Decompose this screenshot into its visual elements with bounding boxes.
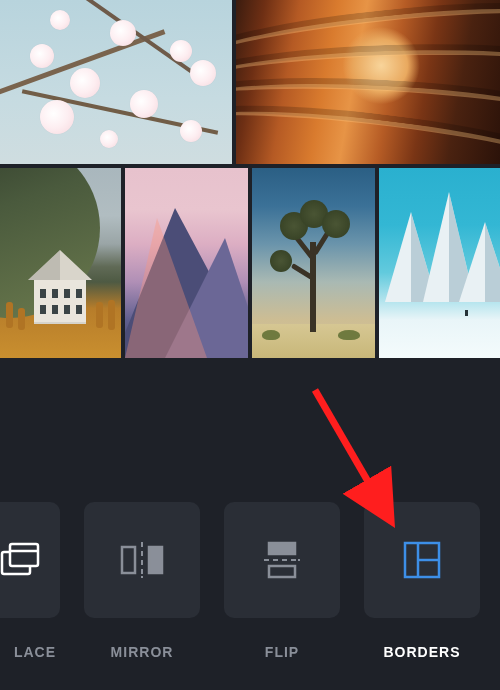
thumb-snow-peaks[interactable] — [379, 168, 500, 358]
photo-grid — [0, 0, 500, 358]
thumb-house-autumn[interactable] — [0, 168, 121, 358]
borders-label: BORDERS — [364, 644, 480, 660]
thumb-pink-mountains[interactable] — [125, 168, 248, 358]
replace-button[interactable] — [0, 502, 60, 618]
replace-icon — [0, 540, 40, 580]
edit-toolbar: LACE MIRROR FLIP BORDERS — [0, 358, 500, 690]
svg-rect-4 — [149, 547, 162, 573]
mirror-icon — [120, 542, 164, 578]
svg-rect-11 — [269, 566, 295, 577]
flip-button[interactable] — [224, 502, 340, 618]
thumb-joshua-tree[interactable] — [252, 168, 375, 358]
mirror-label: MIRROR — [84, 644, 200, 660]
thumb-cherry-blossoms[interactable] — [0, 0, 232, 164]
mirror-button[interactable] — [84, 502, 200, 618]
thumb-canyon[interactable] — [236, 0, 500, 164]
svg-rect-3 — [122, 547, 135, 573]
borders-button[interactable] — [364, 502, 480, 618]
svg-rect-1 — [10, 544, 38, 566]
borders-icon — [403, 541, 441, 579]
flip-label: FLIP — [224, 644, 340, 660]
replace-label: LACE — [0, 644, 60, 660]
flip-icon — [262, 540, 302, 580]
svg-rect-10 — [269, 543, 295, 554]
